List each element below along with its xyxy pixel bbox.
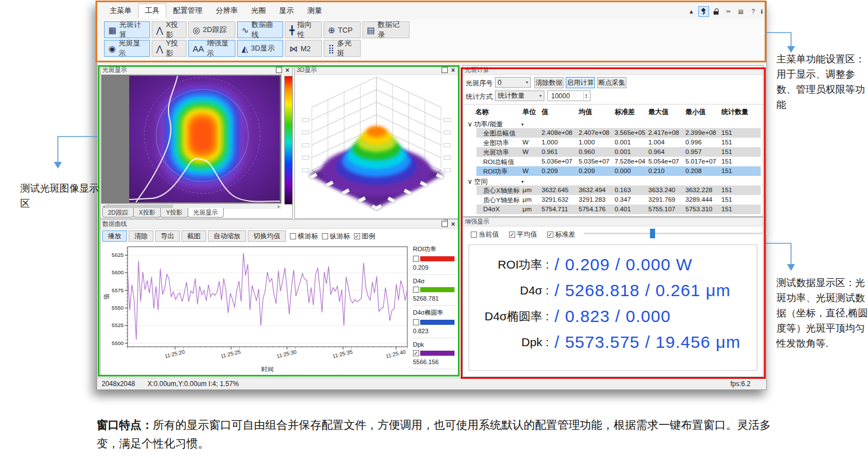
- close-icon[interactable]: ×: [451, 221, 455, 227]
- lock-button[interactable]: [711, 6, 721, 17]
- surface-3d-plot[interactable]: [295, 75, 458, 217]
- tab-1[interactable]: 2D跟踪: [102, 208, 134, 217]
- table-row[interactable]: ROI总幅值5.036e+075.035e+077.528e+045.054e+…: [463, 157, 763, 166]
- spinner-icons[interactable]: ▲▼: [583, 92, 589, 100]
- spot-calc-button[interactable]: ▦光斑计算: [104, 21, 150, 38]
- checkbox-icon[interactable]: [413, 287, 419, 293]
- cell-unit: W: [522, 148, 529, 155]
- curve-checkbox-3[interactable]: ✓图例: [354, 232, 375, 241]
- enhanced-value-number: / 0.823 / 0.000: [555, 307, 740, 326]
- stat-mode-combo[interactable]: 统计数量▾: [495, 90, 544, 101]
- checkbox-icon[interactable]: [290, 233, 296, 239]
- cell-value: 5753.310: [685, 206, 712, 212]
- curve-button-4[interactable]: 截图: [181, 230, 206, 242]
- curve-button-5[interactable]: 自动缩放: [208, 230, 246, 242]
- help-button[interactable]: ?: [748, 6, 758, 17]
- enhanced-checkbox-3[interactable]: ✓标准差: [547, 230, 575, 239]
- tcp-button[interactable]: ⊕TCP: [324, 21, 361, 38]
- curve-checkbox-1[interactable]: 横游标: [290, 232, 318, 241]
- multi-spot-button[interactable]: ⣿多光斑: [324, 40, 361, 57]
- cell-value: 3291.632: [542, 196, 569, 203]
- tab-3[interactable]: Y投影: [160, 208, 188, 217]
- checkbox-icon[interactable]: ✓: [413, 350, 419, 356]
- checkbox-icon[interactable]: ✓: [547, 232, 553, 238]
- document-button[interactable]: ▤: [735, 6, 746, 17]
- 3d-display-button[interactable]: ◭3D显示: [237, 40, 283, 57]
- cell-value: 151: [721, 129, 732, 136]
- table-row[interactable]: 全图总幅值2.408e+082.407e+083.565e+052.417e+0…: [463, 128, 763, 138]
- table-group-row[interactable]: ∨ 功率/能量▾: [463, 119, 763, 128]
- spot-display-button[interactable]: ◉光斑显示: [104, 40, 150, 57]
- scissors-button[interactable]: ✂: [723, 6, 734, 17]
- table-row[interactable]: 质心Y轴坐标μm3291.6323291.2830.3473291.769328…: [463, 195, 763, 205]
- x-projection-button[interactable]: ⋀X投影: [152, 21, 187, 38]
- scroll-right-icon[interactable]: ►: [277, 204, 281, 209]
- curve-button-1[interactable]: 播放: [102, 230, 127, 242]
- menu-tab-3[interactable]: 配置管理: [166, 3, 209, 19]
- tab-4[interactable]: 光斑显示: [188, 208, 224, 217]
- float-icon[interactable]: [276, 67, 282, 73]
- curve-button-2[interactable]: 清除: [129, 230, 153, 242]
- checkbox-icon[interactable]: ✓: [354, 233, 360, 239]
- stat-count-input[interactable]: 10000 ▲▼: [547, 90, 590, 101]
- menu-tab-4[interactable]: 分辨率: [209, 3, 244, 19]
- checkbox-icon[interactable]: [322, 233, 328, 239]
- checkbox-icon[interactable]: [471, 232, 477, 238]
- table-row[interactable]: 光斑功率W0.9610.9600.0010.9640.957151: [463, 147, 763, 157]
- menu-tab-7[interactable]: 测量: [301, 3, 329, 19]
- cell-value: 7.528e+04: [615, 158, 646, 165]
- info-button[interactable]: ℹ: [760, 6, 765, 17]
- data-record-button[interactable]: ▤数据记录: [362, 21, 410, 38]
- breakpoint-button[interactable]: 断点采集: [597, 77, 626, 88]
- close-icon[interactable]: ×: [285, 67, 289, 73]
- enable-calc-button[interactable]: 启用计算: [566, 77, 595, 88]
- curve-button-6[interactable]: 切换均值: [248, 230, 286, 242]
- table-row[interactable]: ROI功率W0.2090.2090.0000.2100.208151: [463, 166, 763, 176]
- move-arrows-icon: ╋: [289, 26, 294, 34]
- table-row[interactable]: 质心X轴坐标μm3632.6453632.4940.1633633.240363…: [463, 185, 763, 195]
- clear-data-button[interactable]: 清除数据: [534, 77, 563, 88]
- float-icon[interactable]: [442, 67, 448, 73]
- cell-value: 3289.444: [685, 196, 712, 203]
- legend-value: 5566.156: [413, 359, 455, 365]
- checkbox-icon[interactable]: [413, 256, 419, 262]
- checkbox-icon[interactable]: ✓: [509, 232, 515, 238]
- menu-tab-5[interactable]: 光圈: [244, 3, 272, 19]
- data-curve-button[interactable]: ∿数据曲线: [237, 21, 283, 38]
- enhanced-checkbox-2[interactable]: ✓平均值: [509, 230, 537, 239]
- font-size-slider[interactable]: [584, 233, 769, 234]
- table-group-row[interactable]: ∨ 空间▾: [463, 176, 763, 185]
- checkbox-icon[interactable]: [413, 319, 419, 325]
- slider-handle[interactable]: [650, 229, 655, 238]
- m2-button[interactable]: ⋈M2: [285, 40, 322, 57]
- curve-checkbox-2[interactable]: 纵游标: [322, 232, 350, 241]
- spot-index-combo[interactable]: 0▾: [495, 77, 531, 88]
- beam-panel-title: 光斑显示: [102, 66, 127, 74]
- enhanced-checkbox-1[interactable]: 当前值: [471, 230, 499, 239]
- beam-image[interactable]: [129, 76, 280, 202]
- cell-value: 151: [721, 158, 732, 165]
- menu-tab-6[interactable]: 显示: [272, 3, 301, 19]
- annotation-right-top: 主菜单功能设置区：用于显示、调整参数、管理员权限等功能: [776, 52, 867, 112]
- menu-tab-2[interactable]: 工具: [138, 3, 166, 19]
- table-row[interactable]: D4σXμm5754.7115754.1760.4015755.1075753.…: [463, 205, 763, 214]
- y-projection-button[interactable]: ⋀Y投影: [152, 40, 187, 57]
- collapse-button[interactable]: ▲: [686, 6, 697, 17]
- close-icon[interactable]: ×: [451, 67, 455, 73]
- float-icon[interactable]: [442, 221, 448, 227]
- tab-2[interactable]: X投影: [133, 208, 161, 217]
- cell-value: 5.017e+07: [685, 158, 716, 165]
- curve-icon: ∿: [242, 26, 249, 34]
- menu-tab-1[interactable]: 主菜单: [103, 3, 138, 19]
- curve-button-3[interactable]: 导出: [155, 230, 180, 242]
- line-chart[interactable]: 55005525555055755600562511:25:2011:25:25…: [102, 243, 412, 375]
- legend-bar-row: [413, 287, 455, 293]
- enhanced-display-button[interactable]: AA增强显示: [188, 40, 235, 57]
- cell-unit: W: [522, 167, 529, 174]
- data-curve-panel: 数据曲线 × 播放清除导出截图自动缩放切换均值横游标纵游标✓图例 5500552…: [100, 219, 458, 376]
- pin-button[interactable]: [698, 6, 709, 17]
- table-row[interactable]: 全图功率W1.0001.0000.0011.0040.996151: [463, 138, 763, 147]
- 2d-tracking-button[interactable]: ◎2D跟踪: [188, 21, 235, 38]
- cell-value: 3632.645: [542, 187, 569, 193]
- pointing-button[interactable]: ╋指向性: [285, 21, 322, 38]
